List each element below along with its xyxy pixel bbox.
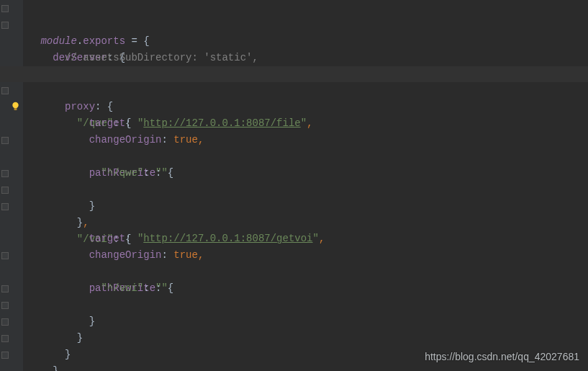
- code-line[interactable]: "^/qwe": "": [0, 148, 588, 165]
- lightbulb-icon[interactable]: [10, 68, 21, 79]
- code-line[interactable]: // assetsPublicPath: '/',: [0, 50, 588, 66]
- code-line[interactable]: "/voi": {: [0, 198, 588, 215]
- code-line[interactable]: }: [0, 297, 588, 313]
- code-line[interactable]: changeOrigin: true,: [0, 115, 588, 132]
- watermark: https://blog.csdn.net/qq_42027681: [425, 351, 579, 362]
- code-line[interactable]: }: [0, 280, 588, 297]
- code-line[interactable]: }: [0, 330, 588, 347]
- fold-icon[interactable]: [1, 285, 9, 292]
- fold-icon[interactable]: [1, 87, 9, 94]
- fold-icon[interactable]: [1, 318, 9, 326]
- fold-icon[interactable]: [1, 22, 9, 29]
- fold-icon[interactable]: [1, 170, 9, 177]
- code-line[interactable]: "/qwe": {: [0, 82, 588, 99]
- code-line[interactable]: }: [0, 165, 588, 182]
- code-line[interactable]: // assetsSubDirectory: 'static',: [0, 33, 588, 50]
- code-line[interactable]: module.exports = {: [0, 0, 588, 17]
- code-editor[interactable]: module.exports = { devServer: { // asset…: [0, 0, 588, 371]
- fold-icon[interactable]: [1, 302, 9, 309]
- fold-icon[interactable]: [1, 335, 9, 342]
- code-line[interactable]: pathRewrite: {: [0, 132, 588, 148]
- fold-icon[interactable]: [1, 352, 9, 359]
- fold-icon[interactable]: [1, 187, 9, 194]
- fold-icon[interactable]: [1, 203, 9, 210]
- code-area[interactable]: module.exports = { devServer: { // asset…: [0, 0, 588, 363]
- code-line[interactable]: proxy: {: [0, 66, 588, 83]
- code-line[interactable]: },: [0, 182, 588, 198]
- code-line[interactable]: pathRewrite: {: [0, 247, 588, 264]
- code-line[interactable]: target: "http://127.0.0.1:8087/file",: [0, 99, 588, 115]
- code-line[interactable]: "^/voi": "": [0, 264, 588, 280]
- fold-icon[interactable]: [1, 252, 9, 259]
- fold-icon[interactable]: [1, 137, 9, 144]
- code-line[interactable]: devServer: {: [0, 17, 588, 33]
- code-line[interactable]: changeOrigin: true,: [0, 231, 588, 247]
- code-line[interactable]: target: "http://127.0.0.1:8087/getvoi",: [0, 215, 588, 231]
- code-line[interactable]: }: [0, 313, 588, 330]
- fold-icon[interactable]: [1, 5, 9, 12]
